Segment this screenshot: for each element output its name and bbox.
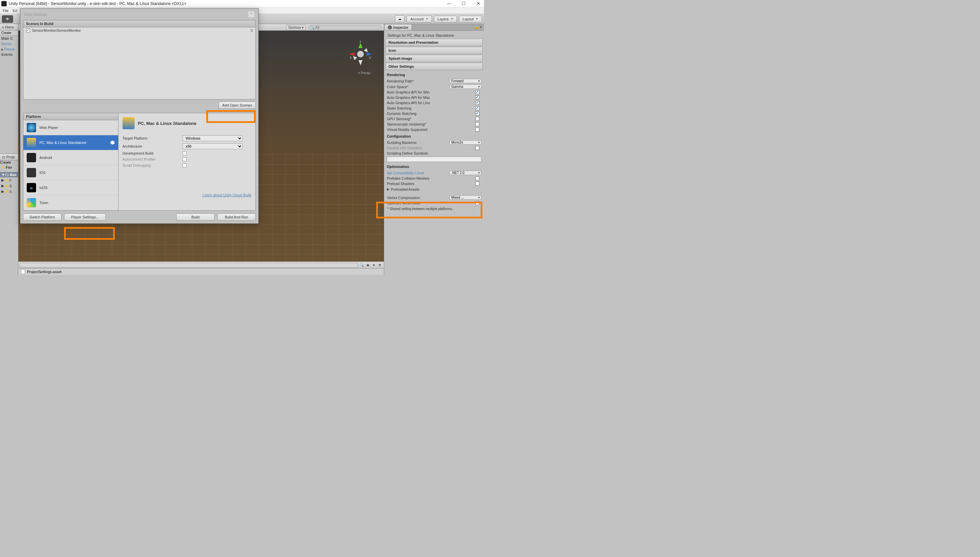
autoconnect-row: Autoconnect Profiler — [122, 157, 251, 161]
svg-text:y: y — [359, 41, 361, 43]
platform-web-player[interactable]: Web Player — [23, 120, 118, 135]
platform-android[interactable]: Android — [23, 150, 118, 165]
prop-rendering-path: Rendering Path*Forward — [385, 78, 483, 84]
projection-label[interactable]: ≡ Persp — [358, 71, 371, 75]
gizmos-dropdown[interactable]: Gizmos ▾ — [286, 25, 306, 30]
hierarchy-item[interactable]: Senso — [0, 41, 18, 46]
layers-dropdown[interactable]: Layers▼ — [434, 16, 457, 22]
build-settings-dialog: Build Settings × Scenes In Build SensorM… — [20, 8, 259, 224]
path-field[interactable] — [20, 263, 358, 267]
scenes-list[interactable]: SensorMonitor/SensorMonitor 0 — [23, 28, 255, 99]
cloud-button[interactable]: ☁ — [395, 15, 405, 22]
rendering-path-dropdown[interactable]: Forward — [450, 79, 481, 83]
folder-row[interactable]: ▶S — [0, 189, 18, 194]
close-button[interactable]: ✕ — [474, 1, 483, 6]
layout-dropdown[interactable]: Layout▼ — [459, 16, 482, 22]
menu-edit[interactable]: Ed — [13, 9, 17, 13]
platform-ios[interactable]: iOS — [23, 165, 118, 180]
search-icon[interactable]: 🔍 — [359, 263, 364, 267]
unity-icon — [110, 140, 115, 145]
folder-row[interactable]: ▶S — [0, 183, 18, 189]
scene-row[interactable]: SensorMonitor/SensorMonitor 0 — [23, 28, 255, 33]
checkbox[interactable] — [475, 90, 479, 94]
api-compat-dropdown[interactable]: .NET 2.0 — [450, 171, 481, 175]
checkbox[interactable] — [475, 122, 479, 126]
section-splash[interactable]: Splash Image — [385, 55, 483, 62]
hierarchy-tab[interactable]: ≡ Hiera — [0, 24, 18, 30]
dev-build-checkbox[interactable] — [183, 151, 187, 155]
favorites-row[interactable]: ★Fav — [0, 164, 18, 170]
dialog-title-bar[interactable]: Build Settings × — [20, 9, 258, 20]
minimize-button[interactable]: — — [445, 1, 453, 6]
window-controls: — ☐ ✕ — [445, 1, 483, 6]
scripting-backend-dropdown[interactable]: Mono2x — [450, 140, 481, 145]
build-button[interactable]: Build — [176, 213, 215, 221]
dialog-close-button[interactable]: × — [248, 11, 254, 17]
add-open-scenes-button[interactable]: Add Open Scenes — [219, 101, 256, 109]
build-buttons-row: Switch Platform Player Settings... Build… — [20, 211, 258, 223]
svg-marker-5 — [353, 56, 357, 60]
checkbox[interactable] — [475, 101, 479, 105]
player-settings-button[interactable]: Player Settings... — [64, 213, 106, 221]
prop-disable-hw: Disable HW Statistics — [385, 145, 483, 151]
prop-vr: Virtual Reality Supported — [385, 127, 483, 132]
menu-file[interactable]: File — [3, 9, 9, 13]
window-title: Unity Personal (64bit) - SensorMonitor.u… — [9, 1, 445, 6]
prop-optimize-mesh: Optimize Mesh Data* — [385, 200, 483, 206]
star-icon[interactable]: ★ — [377, 263, 382, 267]
platform-big-title: PC, Mac & Linux Standalone — [138, 121, 197, 126]
scene-checkbox[interactable] — [26, 28, 30, 33]
color-space-dropdown[interactable]: Gamma — [450, 85, 481, 89]
scene-name: SensorMonitor/SensorMonitor — [32, 28, 81, 33]
toggle-view-button[interactable]: 👁 — [2, 15, 13, 23]
lock-icon[interactable]: 🔒 ▾ — [472, 25, 484, 29]
project-tab[interactable]: 🗀 Proje — [0, 154, 18, 160]
hierarchy-create[interactable]: Create — [0, 30, 18, 36]
autoconnect-checkbox — [183, 157, 187, 161]
build-and-run-button[interactable]: Build And Run — [217, 213, 256, 221]
prop-auto-win: Auto Graphics API for Win — [385, 90, 483, 95]
platform-pc-mac-linux[interactable]: PC, Mac & Linux Standalone — [23, 135, 118, 150]
account-dropdown[interactable]: Account▼ — [406, 16, 432, 22]
scene-search[interactable]: 🔍 All — [309, 25, 382, 30]
prop-preload-shaders: Preload Shaders — [385, 181, 483, 186]
svg-text:x: x — [350, 55, 352, 59]
folder-row[interactable]: ▶F — [0, 178, 18, 183]
prop-gpu-skin: GPU Skinning* — [385, 116, 483, 122]
checkbox[interactable] — [475, 96, 479, 99]
switch-platform-button[interactable]: Switch Platform — [23, 213, 62, 221]
hierarchy-item[interactable]: ▶Pause — [0, 46, 18, 52]
checkbox[interactable] — [475, 176, 479, 180]
platform-tvos[interactable]: 📺tvOS — [23, 180, 118, 195]
checkbox[interactable] — [475, 106, 479, 110]
filter-icon[interactable]: ◆ — [365, 263, 371, 267]
hierarchy-item[interactable]: Main C — [0, 36, 18, 41]
checkbox[interactable] — [475, 127, 479, 132]
assets-folder[interactable]: ▼🗀 Ass — [0, 172, 18, 178]
settings-for-label: Settings for PC, Mac & Linux Standalone — [385, 32, 483, 39]
vertex-comp-dropdown[interactable]: Mixed ... — [450, 195, 481, 200]
target-platform-select[interactable]: Windows — [183, 135, 243, 141]
section-resolution[interactable]: Resolution and Presentation — [385, 39, 483, 46]
maximize-button[interactable]: ☐ — [459, 1, 468, 6]
project-create[interactable]: Create — [0, 160, 18, 164]
checkbox[interactable] — [475, 201, 479, 205]
inspector-tab[interactable]: iInspector — [384, 24, 412, 30]
checkbox[interactable] — [475, 146, 479, 150]
label-icon[interactable]: ● — [371, 263, 377, 267]
checkbox[interactable] — [475, 112, 479, 116]
section-icon[interactable]: Icon — [385, 47, 483, 54]
cloud-build-link[interactable]: Learn about Unity Cloud Build — [203, 193, 251, 197]
platform-scroll[interactable]: Web Player PC, Mac & Linux Standalone An… — [23, 120, 118, 210]
checkbox[interactable] — [475, 182, 479, 186]
bottom-status-bar: ProjectSettings.asset — [18, 268, 384, 275]
checkbox[interactable] — [475, 117, 479, 121]
orientation-gizmo[interactable]: z x y — [347, 41, 374, 67]
define-symbols-input[interactable] — [387, 156, 481, 162]
hierarchy-item[interactable]: Events — [0, 52, 18, 57]
svg-marker-4 — [359, 60, 362, 65]
platform-tizen[interactable]: Tizen — [23, 195, 118, 210]
architecture-select[interactable]: x86 — [183, 143, 243, 149]
section-other[interactable]: Other Settings — [385, 63, 483, 70]
prop-preloaded-assets[interactable]: ▶Preloaded Assets — [385, 186, 483, 192]
